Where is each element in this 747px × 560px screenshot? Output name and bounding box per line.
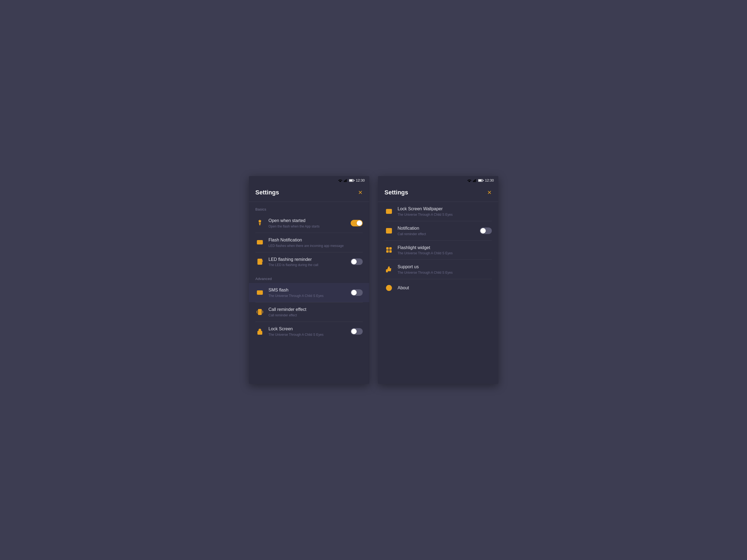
open-when-started-title: Open when started	[268, 218, 346, 224]
svg-rect-0	[344, 181, 344, 182]
svg-rect-28	[386, 247, 388, 249]
flashlight-widget-subtitle: The Universe Through A Child S Eyes	[398, 251, 492, 255]
notification-content: Notification Call reminder effect	[398, 225, 475, 236]
support-us-subtitle: The Universe Through A Child S Eyes	[398, 271, 492, 274]
lock-screen-content: Lock Screen The Universe Through A Child…	[268, 326, 346, 337]
setting-support-us[interactable]: Support us The Universe Through A Child …	[378, 260, 498, 279]
right-panel: 12:30 Settings ✕ Lock Screen Wallpaper T…	[378, 176, 498, 384]
open-when-started-toggle[interactable]	[351, 220, 363, 226]
about-title: About	[398, 285, 492, 291]
svg-rect-21	[483, 180, 484, 181]
thumbsup-icon	[385, 265, 393, 274]
svg-rect-17	[474, 180, 475, 182]
setting-call-reminder[interactable]: Call reminder effect Call reminder effec…	[249, 302, 369, 322]
lock-screen-wallpaper-content: Lock Screen Wallpaper The Universe Throu…	[398, 206, 492, 217]
svg-rect-12	[258, 309, 261, 315]
signal-icon-right	[473, 179, 477, 182]
panel-header-left: Settings ✕	[249, 185, 369, 202]
setting-open-when-started[interactable]: Open when started Open the flash when th…	[249, 214, 369, 233]
svg-rect-2	[345, 180, 346, 182]
flashlight-icon	[256, 219, 264, 228]
close-button-right[interactable]: ✕	[487, 190, 492, 195]
close-button-left[interactable]: ✕	[358, 190, 363, 195]
lock-icon	[256, 327, 264, 336]
flashlight-widget-title: Flashlight widget	[398, 245, 492, 251]
svg-rect-15	[473, 181, 473, 182]
open-when-started-content: Open when started Open the flash when th…	[268, 218, 346, 228]
left-panel-title: Settings	[256, 189, 279, 196]
flash-notification-title: Flash Notification	[268, 237, 363, 243]
battery-icon	[349, 179, 355, 182]
sms-flash-content: SMS flash The Universe Through A Child S…	[268, 287, 346, 298]
led-flashing-subtitle: The LED is flashing during the call	[268, 263, 346, 267]
call-reminder-content: Call reminder effect Call reminder effec…	[268, 307, 363, 317]
info-icon	[385, 284, 393, 292]
notification-title: Notification	[398, 225, 475, 231]
panel-header-right: Settings ✕	[378, 185, 498, 202]
svg-point-32	[390, 251, 391, 252]
svg-rect-20	[479, 180, 482, 181]
status-icons-right: 12:30	[467, 178, 494, 182]
about-content: About	[398, 285, 492, 291]
message-icon	[256, 238, 264, 247]
svg-rect-5	[349, 180, 353, 181]
setting-sms-flash[interactable]: SMS flash The Universe Through A Child S…	[249, 283, 369, 302]
setting-lock-screen[interactable]: Lock Screen The Universe Through A Child…	[249, 322, 369, 341]
lock-screen-wallpaper-title: Lock Screen Wallpaper	[398, 206, 492, 212]
setting-flashlight-widget[interactable]: Flashlight widget The Universe Through A…	[378, 241, 498, 260]
notification-subtitle: Call reminder effect	[398, 232, 475, 236]
setting-lock-screen-wallpaper[interactable]: Lock Screen Wallpaper The Universe Throu…	[378, 202, 498, 221]
svg-point-36	[389, 287, 389, 287]
wifi-icon	[338, 179, 342, 182]
widget-icon	[385, 245, 393, 254]
phone-icon	[256, 257, 264, 266]
svg-rect-6	[354, 180, 355, 181]
right-panel-title: Settings	[385, 189, 408, 196]
sms-flash-toggle[interactable]	[351, 289, 363, 296]
basics-section-label: Basics	[249, 202, 369, 214]
lock-screen-toggle[interactable]	[351, 328, 363, 335]
call-reminder-title: Call reminder effect	[268, 307, 363, 313]
svg-rect-3	[346, 179, 346, 182]
svg-rect-30	[386, 250, 388, 252]
open-when-started-subtitle: Open the flash when the App starts	[268, 224, 346, 228]
flashlight-widget-content: Flashlight widget The Universe Through A…	[398, 245, 492, 256]
signal-icon	[344, 179, 347, 182]
svg-rect-29	[389, 247, 391, 249]
advanced-section-label: Advanced	[249, 271, 369, 283]
support-us-content: Support us The Universe Through A Child …	[398, 264, 492, 274]
status-bar-left: 12:30	[249, 176, 369, 185]
status-icons-left: 12:30	[338, 178, 365, 182]
image-icon	[385, 207, 393, 216]
battery-icon-right	[478, 179, 484, 182]
svg-point-14	[259, 332, 260, 333]
led-flashing-title: LED flashing reminder	[268, 257, 346, 263]
setting-notification[interactable]: Notification Call reminder effect	[378, 221, 498, 240]
led-flashing-content: LED flashing reminder The LED is flashin…	[268, 257, 346, 267]
wifi-icon-right	[467, 179, 471, 182]
setting-about[interactable]: About	[378, 279, 498, 297]
led-flashing-toggle[interactable]	[351, 259, 363, 265]
setting-flash-notification[interactable]: Flash Notification LED flashes when ther…	[249, 233, 369, 252]
setting-led-flashing[interactable]: LED flashing reminder The LED is flashin…	[249, 252, 369, 271]
support-us-title: Support us	[398, 264, 492, 270]
svg-rect-7	[259, 220, 260, 220]
left-panel: 12:30 Settings ✕ Basics Open when starte…	[249, 176, 369, 384]
status-bar-right: 12:30	[378, 176, 498, 185]
flash-notification-subtitle: LED flashes when there are incoming app …	[268, 244, 363, 248]
lock-screen-title: Lock Screen	[268, 326, 346, 332]
lock-screen-wallpaper-subtitle: The Universe Through A Child S Eyes	[398, 213, 492, 217]
status-time-right: 12:30	[485, 178, 494, 182]
sms-flash-subtitle: The Universe Through A Child S Eyes	[268, 294, 346, 298]
lock-screen-subtitle: The Universe Through A Child S Eyes	[268, 333, 346, 337]
call-reminder-subtitle: Call reminder effect	[268, 313, 363, 317]
flash-notification-content: Flash Notification LED flashes when ther…	[268, 237, 363, 248]
svg-rect-1	[345, 180, 345, 182]
notification-list-icon	[385, 226, 393, 235]
sms-flash-title: SMS flash	[268, 287, 346, 293]
svg-rect-8	[257, 240, 263, 244]
envelope-icon	[256, 288, 264, 297]
svg-rect-11	[257, 291, 263, 294]
phone-vibrate-icon	[256, 308, 264, 316]
notification-toggle[interactable]	[480, 228, 492, 234]
